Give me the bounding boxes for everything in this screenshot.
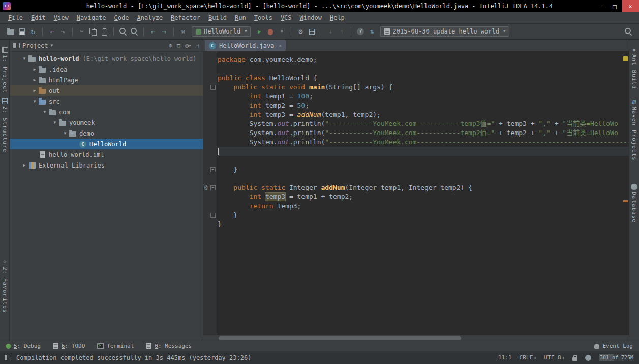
fold-marker[interactable]: −: [210, 213, 216, 218]
tree-item-hello-world[interactable]: ▼hello-world(E:\git_work_space\hello-wor…: [10, 53, 203, 64]
toolwindow-button-5-debug[interactable]: 5: Debug: [6, 343, 41, 349]
tree-item-youmeek[interactable]: ▼youmeek: [10, 117, 203, 128]
locate-icon[interactable]: ⊕: [169, 43, 172, 49]
horizontal-scrollbar[interactable]: [203, 335, 629, 341]
replace-button[interactable]: [129, 26, 140, 37]
tree-item-demo[interactable]: ▼demo: [10, 128, 203, 139]
line-separator-widget[interactable]: CRLF↕: [520, 354, 537, 361]
toolwindow-button-terminal[interactable]: Terminal: [97, 343, 134, 349]
close-tab-icon[interactable]: ✕: [279, 43, 281, 48]
search-everywhere-button[interactable]: [623, 26, 634, 37]
tree-item-external-libraries[interactable]: ▶External Libraries: [10, 160, 203, 171]
tree-item-htmlpage[interactable]: ▶htmlPage: [10, 75, 203, 85]
memory-indicator[interactable]: 301 of 725M: [599, 354, 634, 361]
menu-analyze[interactable]: Analyze: [133, 14, 167, 21]
tab-helloworld-java[interactable]: C HelloWorld.java ✕: [205, 40, 286, 51]
toolwindow-button-1-project[interactable]: 1: Project: [2, 47, 8, 93]
vcs-commit-message[interactable]: 2015-08-30 update hello world▼: [380, 26, 509, 37]
project-view-dropdown-icon[interactable]: ▼: [51, 43, 53, 48]
tree-item-com[interactable]: ▼com: [10, 107, 203, 117]
toolwindow-button-event-log[interactable]: Event Log: [594, 343, 633, 349]
minimize-button[interactable]: –: [593, 0, 607, 12]
copy-icon: [89, 28, 97, 35]
fold-marker[interactable]: −: [210, 185, 216, 190]
warning-stripe-mark[interactable]: [623, 56, 628, 61]
menu-build[interactable]: Build: [204, 14, 231, 21]
readonly-lock-icon[interactable]: [572, 357, 577, 361]
save-all-button[interactable]: [16, 26, 27, 37]
menu-file[interactable]: File: [4, 14, 27, 21]
make-project-button[interactable]: ⚒: [177, 26, 189, 37]
debug-button[interactable]: [265, 26, 276, 37]
menu-help[interactable]: Help: [326, 14, 349, 21]
project-structure-button[interactable]: [306, 26, 317, 37]
tree-collapsed-arrow-icon[interactable]: ▶: [31, 88, 38, 93]
toolwindow-button-6-todo[interactable]: 6: TODO: [53, 343, 85, 349]
tree-collapsed-arrow-icon[interactable]: ▶: [21, 163, 28, 168]
menu-view[interactable]: View: [50, 14, 73, 21]
highlight-stripe-mark[interactable]: [623, 200, 628, 202]
toolwindow-button-ant-build[interactable]: ◆Ant Build: [631, 47, 637, 89]
tree-expanded-arrow-icon[interactable]: ▼: [41, 110, 48, 114]
collapse-all-icon[interactable]: ⊟: [177, 43, 180, 49]
back-icon: ←: [151, 28, 155, 35]
vcs-update-button[interactable]: ↓: [325, 26, 336, 37]
tree-collapsed-arrow-icon[interactable]: ▶: [31, 67, 38, 72]
run-configuration-selector[interactable]: HelloWorld▼: [192, 26, 251, 37]
fold-marker[interactable]: −: [210, 85, 216, 90]
settings-gear-icon[interactable]: ⚙▼: [185, 43, 191, 49]
find-button[interactable]: [117, 26, 129, 37]
tree-expanded-arrow-icon[interactable]: ▼: [62, 131, 69, 136]
open-folder-button[interactable]: [5, 26, 16, 37]
toolwindow-button-2-favorites[interactable]: ☆2: Favorites: [2, 258, 8, 313]
back-button[interactable]: ←: [147, 26, 159, 37]
encoding-widget[interactable]: UTF-8↕: [544, 354, 565, 361]
code-line: int temp3 = temp1 + temp2;: [218, 192, 629, 202]
menu-refactor[interactable]: Refactor: [167, 14, 204, 21]
toolwindow-toggle-icon[interactable]: [5, 355, 11, 360]
tree-item-hello-world-iml[interactable]: hello-world.iml: [10, 149, 203, 160]
tree-item-src[interactable]: ▼src: [10, 96, 203, 107]
menu-code[interactable]: Code: [110, 14, 133, 21]
toolwindow-button-maven-projects[interactable]: mMaven Projects: [631, 98, 637, 161]
tree-item-helloworld[interactable]: CHelloWorld: [10, 139, 203, 149]
editor-code[interactable]: package com.youmeek.demo;public class He…: [218, 51, 629, 229]
tree-item-idea[interactable]: ▶.idea: [10, 64, 203, 75]
menu-edit[interactable]: Edit: [27, 14, 50, 21]
tree-item-out[interactable]: ▶out: [10, 85, 203, 96]
undo-button[interactable]: ↶: [46, 26, 57, 37]
run-coverage-button[interactable]: ☀: [276, 26, 287, 37]
forward-button[interactable]: →: [159, 26, 170, 37]
fold-marker[interactable]: −: [210, 167, 216, 172]
update-project-button[interactable]: ⇅: [366, 26, 377, 37]
redo-button[interactable]: ↷: [57, 26, 69, 37]
hide-panel-icon[interactable]: ⊣: [196, 43, 199, 49]
menu-tools[interactable]: Tools: [250, 14, 277, 21]
copy-button[interactable]: [87, 26, 99, 37]
menu-window[interactable]: Window: [296, 14, 326, 21]
cut-button[interactable]: ✂: [76, 26, 87, 37]
settings-button[interactable]: ⚙: [295, 26, 306, 37]
synchronize-button[interactable]: ↻: [27, 26, 39, 37]
hector-inspector-icon[interactable]: [585, 355, 591, 361]
toolwindow-button-0-messages[interactable]: 0: Messages: [146, 343, 192, 349]
menu-navigate[interactable]: Navigate: [73, 14, 110, 21]
horizontal-scrollbar-thumb[interactable]: [219, 336, 461, 340]
todo-icon: [53, 343, 58, 349]
close-button[interactable]: ✕: [622, 0, 639, 12]
tree-expanded-arrow-icon[interactable]: ▼: [31, 99, 38, 104]
menu-run[interactable]: Run: [231, 14, 250, 21]
vcs-commit-button[interactable]: ↑: [336, 26, 347, 37]
tree-expanded-arrow-icon[interactable]: ▼: [21, 56, 28, 61]
toolwindow-button-database[interactable]: Database: [631, 184, 637, 223]
run-button[interactable]: ▶: [254, 26, 265, 37]
tree-expanded-arrow-icon[interactable]: ▼: [51, 120, 58, 125]
toolwindow-button-2-structure[interactable]: 2: Structure: [2, 98, 8, 152]
help-button[interactable]: ?: [355, 26, 366, 37]
caret-position-widget[interactable]: 11:1: [498, 354, 512, 361]
maximize-button[interactable]: □: [607, 0, 622, 12]
paste-button[interactable]: [99, 26, 110, 37]
menu-vcs[interactable]: VCS: [277, 14, 296, 21]
tree-collapsed-arrow-icon[interactable]: ▶: [31, 78, 38, 82]
editor[interactable]: package com.youmeek.demo;public class He…: [203, 51, 629, 335]
